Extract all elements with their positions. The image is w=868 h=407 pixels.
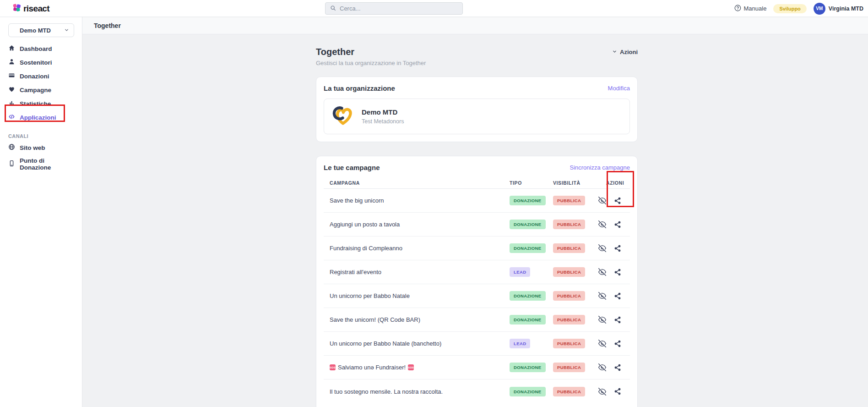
type-badge: DONAZIONE — [510, 315, 546, 324]
sidebar-item-label: Applicazioni — [20, 114, 56, 121]
share-campaign-button[interactable] — [613, 292, 622, 300]
phone-icon — [8, 160, 15, 168]
share-campaign-button[interactable] — [613, 220, 622, 229]
table-row[interactable]: SOS Un unicorno per Babbo Natale SOS DON… — [324, 284, 630, 308]
hide-campaign-button[interactable] — [598, 340, 606, 348]
type-badge: DONAZIONE — [510, 196, 546, 205]
hide-campaign-button[interactable] — [598, 363, 606, 372]
share-campaign-button[interactable] — [613, 316, 622, 324]
eye-off-icon — [598, 292, 606, 300]
share-campaign-button[interactable] — [613, 244, 622, 253]
hide-campaign-button[interactable] — [598, 197, 606, 205]
eye-off-icon — [598, 363, 606, 371]
sidebar-item-punto-di-donazione[interactable]: Punto di Donazione — [0, 154, 82, 174]
person-icon — [8, 58, 15, 66]
table-row[interactable]: SOS Il tuo sostegno mensile. La nostra r… — [324, 380, 630, 403]
share-campaign-button[interactable] — [613, 387, 622, 396]
column-header-azioni: AZIONI — [597, 180, 630, 186]
user-menu[interactable]: VM Virginia MTD — [814, 3, 863, 15]
hide-campaign-button[interactable] — [598, 244, 606, 253]
share-campaign-button[interactable] — [613, 197, 622, 205]
search-input[interactable] — [340, 5, 458, 12]
campaign-name: Salviamo unə Fundraiser! — [338, 364, 406, 371]
sidebar-item-donazioni[interactable]: Donazioni — [0, 69, 82, 83]
organization-card: La tua organizzazione Modifica Demo MTD … — [316, 77, 638, 142]
chevron-down-icon — [64, 27, 69, 34]
visibility-badge: PUBBLICA — [553, 291, 585, 301]
campaigns-card-title: Le tue campagne — [324, 164, 380, 171]
actions-dropdown-button[interactable]: Azioni — [612, 49, 638, 55]
topbar-right: Manuale Sviluppo VM Virginia MTD — [734, 0, 864, 17]
sidebar-item-statistiche[interactable]: Statistiche — [0, 97, 82, 110]
visibility-badge: PUBBLICA — [553, 315, 585, 324]
table-row[interactable]: SOS Aggiungi un posto a tavola SOS DONAZ… — [324, 213, 630, 236]
share-campaign-button[interactable] — [613, 363, 622, 372]
share-icon — [614, 388, 621, 395]
visibility-badge: PUBBLICA — [553, 267, 585, 277]
sync-campaigns-link[interactable]: Sincronizza campagne — [570, 164, 630, 171]
organization-item[interactable]: Demo MTD Test Metadonors — [324, 99, 630, 134]
manual-label: Manuale — [744, 5, 767, 12]
hide-campaign-button[interactable] — [598, 316, 606, 324]
organization-selector[interactable]: Demo MTD — [8, 23, 74, 37]
sidebar-section-canali: CANALI — [0, 132, 82, 141]
sidebar-item-sostenitori[interactable]: Sostenitori — [0, 55, 82, 69]
organization-selector-value: Demo MTD — [20, 27, 51, 34]
environment-badge: Sviluppo — [773, 4, 806, 13]
table-row[interactable]: SOS Salviamo unə Fundraiser! SOS DONAZIO… — [324, 356, 630, 380]
eye-off-icon — [598, 244, 606, 252]
page-subtitle: Gestisci la tua organizzazione in Togeth… — [316, 60, 426, 66]
column-header-visibilita: VISIBILITÀ — [553, 180, 597, 186]
table-row[interactable]: SOS Registrati all'evento SOS LEAD PUBBL… — [324, 260, 630, 284]
code-icon — [8, 113, 15, 121]
campaign-name: Save the big unicorn — [330, 197, 384, 204]
manual-link[interactable]: Manuale — [734, 5, 767, 13]
sidebar-item-campagne[interactable]: Campagne — [0, 83, 82, 97]
organization-name: Demo MTD — [362, 108, 404, 116]
type-badge: LEAD — [510, 339, 530, 348]
campaign-name: Un unicorno per Babbo Natale — [330, 292, 410, 299]
share-icon — [614, 245, 621, 252]
chevron-down-icon — [612, 49, 617, 55]
table-row[interactable]: SOS Save the big unicorn SOS DONAZIONE P… — [324, 189, 630, 213]
global-search[interactable] — [325, 2, 463, 15]
hide-campaign-button[interactable] — [598, 292, 606, 300]
share-campaign-button[interactable] — [613, 268, 622, 276]
type-badge: LEAD — [510, 267, 530, 277]
campaign-name: Aggiungi un posto a tavola — [330, 221, 400, 228]
sidebar-item-sito-web[interactable]: Sito web — [0, 141, 82, 154]
hide-campaign-button[interactable] — [598, 268, 606, 276]
table-row[interactable]: SOS Fundraising di Compleanno SOS DONAZI… — [324, 236, 630, 260]
sidebar-item-dashboard[interactable]: Dashboard — [0, 42, 82, 55]
hide-campaign-button[interactable] — [598, 387, 606, 396]
brand-logo[interactable]: riseact — [13, 0, 49, 17]
hide-campaign-button[interactable] — [598, 220, 606, 229]
table-row[interactable]: SOS Save the unicorn! (QR Code BAR) SOS … — [324, 308, 630, 332]
sidebar-item-label: Punto di Donazione — [20, 157, 74, 171]
sidebar-item-label: Campagne — [20, 87, 51, 94]
share-icon — [614, 364, 621, 371]
eye-off-icon — [598, 316, 606, 324]
sidebar-item-label: Statistiche — [20, 100, 51, 107]
share-icon — [614, 197, 621, 204]
share-campaign-button[interactable] — [613, 340, 622, 348]
share-icon — [614, 221, 621, 228]
main-area: Together Together Gestisci la tua organi… — [82, 17, 868, 407]
breadcrumb: Together — [94, 22, 121, 29]
actions-label: Azioni — [620, 49, 638, 55]
sidebar-item-applicazioni[interactable]: Applicazioni — [0, 110, 82, 124]
column-header-tipo: TIPO — [510, 180, 553, 186]
sidebar-item-label: Sostenitori — [20, 59, 52, 66]
campaigns-card: Le tue campagne Sincronizza campagne CAM… — [316, 156, 638, 407]
eye-off-icon — [598, 388, 606, 396]
visibility-badge: PUBBLICA — [553, 243, 585, 253]
share-icon — [614, 269, 621, 276]
home-icon — [8, 44, 15, 53]
search-icon — [330, 5, 336, 13]
visibility-badge: PUBBLICA — [553, 220, 585, 229]
organization-card-title: La tua organizzazione — [324, 84, 395, 92]
sos-emoji: SOS — [330, 364, 336, 370]
campaign-name: Fundraising di Compleanno — [330, 245, 402, 252]
table-row[interactable]: SOS Un unicorno per Babbo Natale (banche… — [324, 332, 630, 356]
edit-organization-link[interactable]: Modifica — [608, 85, 630, 92]
